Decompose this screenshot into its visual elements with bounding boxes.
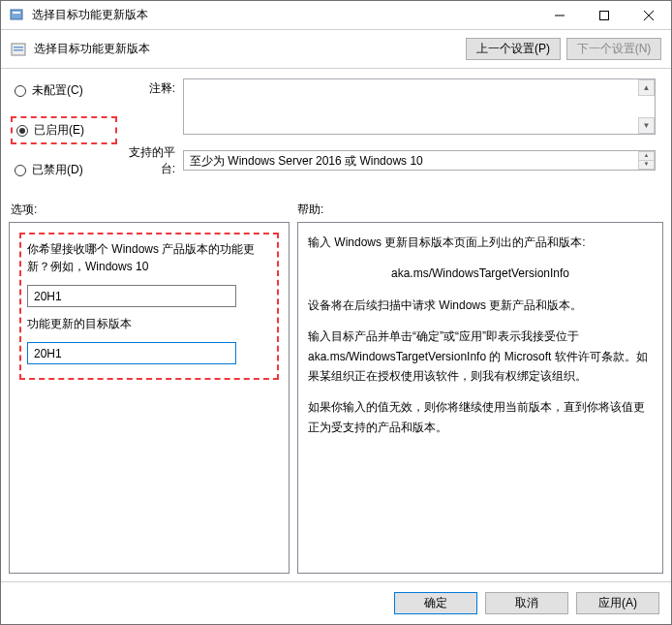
svg-rect-7 <box>14 47 23 48</box>
platform-value-box: 至少为 Windows Server 2016 或 Windows 10 ▲ ▼ <box>183 150 656 171</box>
target-version-label: 功能更新的目标版本 <box>27 315 271 332</box>
cancel-button[interactable]: 取消 <box>485 592 568 614</box>
policy-icon <box>11 42 26 57</box>
radio-disabled[interactable]: 已禁用(D) <box>11 158 117 182</box>
help-text: 输入 Windows 更新目标版本页面上列出的产品和版本: <box>308 233 653 252</box>
titlebar: 选择目标功能更新版本 <box>1 1 671 30</box>
product-version-input[interactable] <box>27 285 236 307</box>
panels: 你希望接收哪个 Windows 产品版本的功能更新？例如，Windows 10 … <box>1 222 671 581</box>
header-title: 选择目标功能更新版本 <box>34 41 466 57</box>
footer: 确定 取消 应用(A) <box>1 581 671 624</box>
radio-not-configured[interactable]: 未配置(C) <box>11 78 117 103</box>
dialog-window: 选择目标功能更新版本 选择目标功能更新版本 上一个设置(P) 下一个设置(N) <box>0 0 672 625</box>
window-controls <box>537 1 671 30</box>
platform-value: 至少为 Windows Server 2016 或 Windows 10 <box>190 154 423 168</box>
header: 选择目标功能更新版本 上一个设置(P) 下一个设置(N) <box>1 30 671 69</box>
help-text: 输入目标产品并单击“确定”或“应用”即表示我接受位于 aka.ms/Window… <box>308 327 653 386</box>
help-panel: 输入 Windows 更新目标版本页面上列出的产品和版本: aka.ms/Win… <box>297 222 663 574</box>
platform-label: 支持的平台: <box>117 142 175 177</box>
radio-icon <box>15 165 26 176</box>
comment-textarea[interactable]: ▲ ▼ <box>183 78 656 135</box>
maximize-button[interactable] <box>582 1 626 30</box>
target-version-input[interactable] <box>27 342 236 364</box>
svg-rect-1 <box>13 12 20 14</box>
help-text: 如果你输入的值无效，则你将继续使用当前版本，直到你将该值更正为受支持的产品和版本… <box>308 397 653 437</box>
radio-enabled[interactable]: 已启用(E) <box>11 116 117 144</box>
svg-rect-8 <box>14 49 23 51</box>
options-panel: 你希望接收哪个 Windows 产品版本的功能更新？例如，Windows 10 … <box>9 222 290 574</box>
radio-label: 未配置(C) <box>32 82 83 99</box>
help-text: 设备将在后续扫描中请求 Windows 更新产品和版本。 <box>308 296 653 315</box>
radio-icon <box>16 125 28 137</box>
ok-button[interactable]: 确定 <box>394 592 477 614</box>
help-label: 帮助: <box>297 202 323 218</box>
scroll-up-icon[interactable]: ▲ <box>638 79 655 96</box>
product-version-label: 你希望接收哪个 Windows 产品版本的功能更新？例如，Windows 10 <box>27 240 271 275</box>
help-link-text: aka.ms/WindowsTargetVersionInfo <box>308 264 653 283</box>
svg-rect-0 <box>11 10 22 19</box>
radio-label: 已禁用(D) <box>32 162 83 178</box>
config-section: 未配置(C) 已启用(E) 已禁用(D) 注释: ▲ ▼ 支持的平台: <box>1 69 671 192</box>
window-title: 选择目标功能更新版本 <box>32 7 537 23</box>
comment-label: 注释: <box>117 78 175 97</box>
next-setting-button[interactable]: 下一个设置(N) <box>566 38 661 60</box>
options-label: 选项: <box>11 202 297 218</box>
scroll-down-icon[interactable]: ▼ <box>638 117 655 134</box>
app-icon <box>9 8 24 23</box>
svg-rect-3 <box>600 11 609 19</box>
highlighted-options: 你希望接收哪个 Windows 产品版本的功能更新？例如，Windows 10 … <box>19 233 279 380</box>
close-button[interactable] <box>626 1 671 30</box>
minimize-button[interactable] <box>537 1 582 30</box>
scroll-down-icon[interactable]: ▼ <box>638 160 655 170</box>
radio-icon <box>15 85 26 97</box>
radio-label: 已启用(E) <box>34 122 84 139</box>
apply-button[interactable]: 应用(A) <box>576 592 659 614</box>
prev-setting-button[interactable]: 上一个设置(P) <box>466 38 561 60</box>
section-labels: 选项: 帮助: <box>1 192 671 222</box>
